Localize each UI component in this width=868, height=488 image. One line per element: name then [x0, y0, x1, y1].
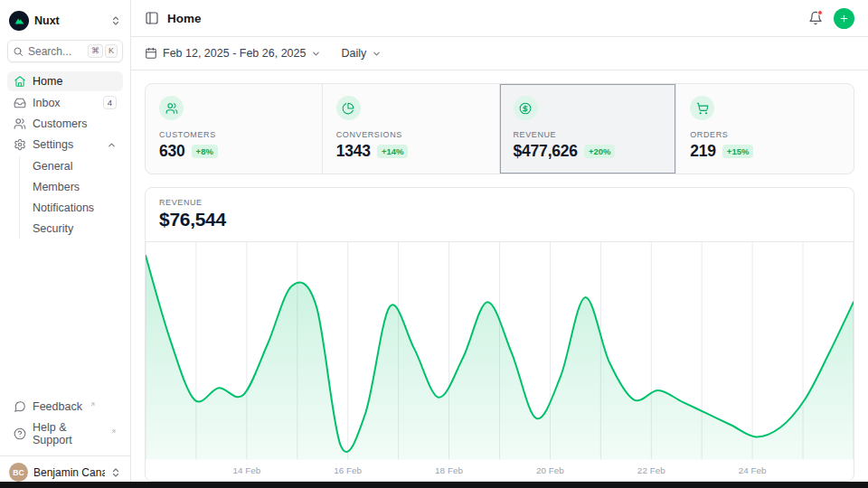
- circle-dollar-icon: [514, 96, 538, 120]
- sidebar-footer: Feedback Help & Support: [7, 397, 123, 455]
- inbox-icon: [14, 97, 26, 109]
- sidebar-item-label: Inbox: [33, 97, 61, 109]
- footer-item-label: Help & Support: [33, 421, 103, 446]
- granularity-select[interactable]: Daily: [341, 47, 382, 60]
- svg-text:20 Feb: 20 Feb: [536, 465, 564, 475]
- users-icon: [14, 117, 26, 130]
- sidebar-item-notifications[interactable]: Notifications: [26, 198, 123, 218]
- svg-text:14 Feb: 14 Feb: [232, 465, 260, 475]
- stat-label: CUSTOMERS: [159, 130, 308, 139]
- stat-label: ORDERS: [690, 130, 840, 139]
- granularity-label: Daily: [341, 47, 366, 60]
- plus-icon: [839, 13, 849, 24]
- stat-card-orders[interactable]: ORDERS 219 +15%: [676, 84, 854, 174]
- delta-badge: +8%: [192, 145, 218, 158]
- svg-text:18 Feb: 18 Feb: [435, 465, 463, 475]
- help-support-link[interactable]: Help & Support: [7, 418, 123, 450]
- external-link-icon: [90, 401, 96, 408]
- kbd-meta: ⌘: [88, 44, 103, 58]
- chart-header: REVENUE $76,544: [146, 188, 854, 242]
- window-bottom-edge: [0, 482, 868, 488]
- chart-metric-value: $76,544: [159, 209, 840, 230]
- external-link-icon: [110, 428, 117, 435]
- delta-badge: +20%: [584, 145, 616, 158]
- sidebar-item-settings[interactable]: Settings: [7, 135, 123, 155]
- app-root: Nuxt Search... ⌘ K Home: [0, 0, 868, 488]
- search-icon: [13, 46, 24, 57]
- inbox-count-badge: 4: [103, 96, 117, 109]
- sidebar: Nuxt Search... ⌘ K Home: [0, 0, 131, 488]
- nuxt-logo-icon: [9, 11, 29, 31]
- home-icon: [14, 75, 26, 88]
- help-circle-icon: [14, 427, 26, 440]
- stats-row: CUSTOMERS 630 +8% CONVERSIONS 1343 +14%: [145, 83, 854, 174]
- chevron-down-icon: [311, 49, 321, 59]
- sidebar-toggle-button[interactable]: [145, 11, 159, 25]
- revenue-chart-card: REVENUE $76,544 14 Feb16 Feb18 Feb20 Feb…: [145, 187, 854, 482]
- sidebar-item-members[interactable]: Members: [26, 177, 123, 197]
- sidebar-item-general[interactable]: General: [26, 156, 123, 176]
- feedback-link[interactable]: Feedback: [7, 397, 123, 417]
- sidebar-item-home[interactable]: Home: [7, 71, 123, 91]
- delta-badge: +15%: [722, 145, 754, 158]
- stat-card-customers[interactable]: CUSTOMERS 630 +8%: [146, 84, 323, 174]
- stat-value: 1343: [336, 142, 371, 161]
- svg-text:24 Feb: 24 Feb: [739, 465, 767, 475]
- chevron-up-icon: [107, 140, 117, 150]
- date-range-picker[interactable]: Feb 12, 2025 - Feb 26, 2025: [145, 47, 321, 60]
- sidebar-item-label: Home: [33, 75, 62, 88]
- stat-value: 219: [690, 142, 716, 161]
- stat-value: $477,626: [514, 142, 578, 161]
- message-bubble-icon: [14, 400, 26, 413]
- chevron-down-icon: [372, 49, 382, 59]
- date-range-label: Feb 12, 2025 - Feb 26, 2025: [163, 47, 306, 60]
- stat-card-revenue[interactable]: REVENUE $477,626 +20%: [500, 84, 677, 174]
- svg-text:22 Feb: 22 Feb: [637, 465, 665, 475]
- notification-dot: [817, 10, 823, 15]
- user-name: Benjamin Canac: [33, 466, 105, 479]
- topbar: Home: [131, 0, 868, 37]
- avatar: BC: [9, 463, 28, 482]
- notifications-button[interactable]: [808, 11, 823, 25]
- users-icon: [159, 96, 184, 120]
- search-shortcut: ⌘ K: [88, 44, 118, 58]
- stat-label: CONVERSIONS: [336, 130, 486, 139]
- chart-metric-label: REVENUE: [159, 198, 840, 207]
- sidebar-item-security[interactable]: Security: [26, 219, 123, 239]
- stat-value: 630: [159, 142, 185, 161]
- chevron-select-icon: [110, 15, 121, 26]
- search-placeholder: Search...: [28, 45, 71, 58]
- footer-item-label: Feedback: [33, 400, 82, 413]
- workspace-switcher[interactable]: Nuxt: [7, 7, 123, 34]
- page-title: Home: [167, 12, 202, 25]
- filter-bar: Feb 12, 2025 - Feb 26, 2025 Daily: [131, 37, 868, 70]
- topbar-actions: [808, 8, 854, 29]
- chart-pie-icon: [336, 96, 361, 120]
- workspace-name: Nuxt: [34, 14, 105, 27]
- main-area: Home Feb 12, 2025 - Feb 26, 2025: [131, 0, 868, 488]
- kbd-k: K: [105, 44, 118, 58]
- chevron-select-icon: [110, 467, 121, 478]
- add-button[interactable]: [834, 8, 854, 29]
- settings-children: General Members Notifications Security: [19, 156, 123, 239]
- content: CUSTOMERS 630 +8% CONVERSIONS 1343 +14%: [131, 70, 868, 488]
- search-input[interactable]: Search... ⌘ K: [7, 40, 123, 62]
- sidebar-item-customers[interactable]: Customers: [7, 114, 123, 134]
- revenue-chart: 14 Feb16 Feb18 Feb20 Feb22 Feb24 Feb: [146, 242, 854, 481]
- gear-icon: [14, 138, 26, 151]
- delta-badge: +14%: [377, 145, 409, 158]
- sidebar-nav: Home Inbox 4 Customers Settings: [7, 71, 123, 239]
- sidebar-item-label: Settings: [33, 138, 73, 151]
- calendar-icon: [145, 47, 157, 60]
- sidebar-item-inbox[interactable]: Inbox 4: [7, 92, 123, 113]
- svg-text:16 Feb: 16 Feb: [334, 465, 362, 475]
- panel-left-icon: [145, 11, 159, 25]
- stat-card-conversions[interactable]: CONVERSIONS 1343 +14%: [323, 84, 500, 174]
- stat-label: REVENUE: [514, 130, 663, 139]
- shopping-cart-icon: [690, 96, 714, 120]
- sidebar-item-label: Customers: [33, 117, 87, 130]
